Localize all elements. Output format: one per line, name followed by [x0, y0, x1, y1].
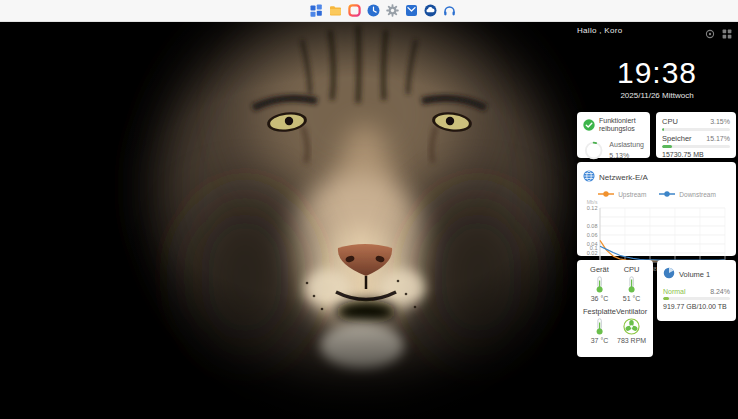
load-text: Auslastung 5.13% — [609, 140, 644, 161]
memory-bar — [662, 145, 730, 148]
clock-date: 2025/11/26 Mittwoch — [577, 91, 737, 100]
cpu-bar — [662, 128, 730, 131]
network-title: Netzwerk-E/A — [599, 173, 648, 182]
cpu-value: 3.15% — [710, 118, 730, 125]
fan-icon — [623, 318, 640, 335]
greeting-text: Hallo , Koro — [577, 26, 622, 35]
volume-status: Normal — [663, 288, 686, 295]
load-gauge — [583, 137, 604, 164]
headset-icon[interactable] — [443, 4, 457, 18]
check-icon — [583, 117, 595, 135]
preferences-icon[interactable] — [705, 25, 715, 35]
load-label: Auslastung — [609, 141, 644, 148]
topbar — [0, 0, 738, 22]
cpu-memory-widget[interactable]: CPU 3.15% Speicher 15.17% 15730.75 MB — [656, 112, 736, 158]
cpu-label: CPU — [662, 117, 678, 126]
temperature-widget[interactable]: Gerät 36 °C CPU 51 °C Festplatte — [577, 260, 653, 357]
volume-title: Volume 1 — [679, 270, 710, 279]
folder-icon[interactable] — [329, 4, 343, 18]
volume-detail: 919.77 GB/10.00 TB — [663, 303, 730, 310]
svg-text:0.08: 0.08 — [587, 223, 598, 229]
thermometer-icon — [626, 276, 637, 293]
memory-detail: 15730.75 MB — [662, 151, 730, 158]
volume-widget[interactable]: Volume 1 Normal 8.24% 919.77 GB/10.00 TB — [657, 260, 736, 321]
legend-label: Upstream — [618, 191, 646, 198]
globe-icon — [583, 168, 595, 186]
health-widget[interactable]: Funktioniert reibungslos Auslastung 5.13… — [577, 112, 650, 158]
desktop: Hallo , Koro 19:38 2025/11/26 Mittwoch — [0, 22, 738, 419]
svg-text:Mb/s: Mb/s — [587, 199, 598, 205]
gear-icon[interactable] — [386, 4, 400, 18]
clock-widget: 19:38 2025/11/26 Mittwoch — [577, 58, 737, 100]
thermometer-icon — [594, 276, 605, 293]
temp-cell-disk: Festplatte 37 °C — [583, 307, 616, 344]
legend-upstream[interactable]: Upstream — [597, 190, 646, 198]
tiles-icon[interactable] — [310, 4, 324, 18]
chart-legend: UpstreamDownstream — [583, 190, 730, 198]
network-widget[interactable]: Netzwerk-E/A UpstreamDownstream 19:3819:… — [577, 162, 736, 256]
desktop-tools — [705, 25, 732, 35]
legend-marker-icon — [658, 190, 676, 198]
clock-time: 19:38 — [577, 58, 737, 88]
show-desktop-icon[interactable] — [722, 25, 732, 35]
temp-cell-fan: Ventilator 783 RPM — [616, 307, 647, 344]
legend-marker-icon — [597, 190, 615, 198]
cloud-icon[interactable] — [424, 4, 438, 18]
mail-icon[interactable] — [405, 4, 419, 18]
temp-cell-device: Gerät 36 °C — [583, 265, 616, 302]
memory-value: 15.17% — [706, 135, 730, 142]
clock-icon[interactable] — [367, 4, 381, 18]
volume-bar — [663, 297, 730, 300]
temp-cell-cpu: CPU 51 °C — [616, 265, 647, 302]
svg-text:0.06: 0.06 — [587, 232, 598, 238]
app-center-icon[interactable] — [348, 4, 362, 18]
pie-chart-icon — [663, 265, 675, 283]
volume-percent: 8.24% — [710, 288, 730, 295]
legend-downstream[interactable]: Downstream — [658, 190, 715, 198]
load-value: 5.13% — [609, 152, 629, 159]
memory-label: Speicher — [662, 134, 692, 143]
svg-text:0.12: 0.12 — [587, 205, 598, 211]
svg-text:0.02: 0.02 — [587, 250, 598, 256]
thermometer-icon — [594, 318, 605, 335]
health-status: Funktioniert reibungslos — [599, 117, 636, 133]
legend-label: Downstream — [679, 191, 715, 198]
